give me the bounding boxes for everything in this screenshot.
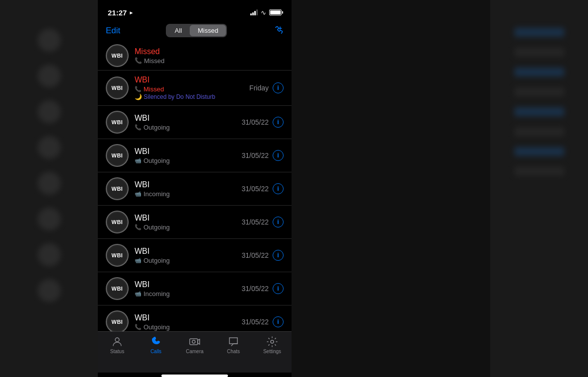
call-item[interactable]: WBI WBI 📹 Outgoing 31/05/22 i <box>98 139 292 172</box>
call-item[interactable]: WBI WBI 📞 Missed 🌙 Silenced by Do Not Di… <box>98 71 292 106</box>
info-button[interactable]: i <box>273 183 284 194</box>
phone-icon: 📞 <box>135 324 142 330</box>
svg-point-5 <box>192 340 195 343</box>
call-date: 31/05/22 <box>242 218 269 226</box>
call-meta: 31/05/22 i <box>242 283 284 294</box>
silenced-label: 🌙 Silenced by Do Not Disturb <box>135 93 243 100</box>
info-icon: i <box>277 84 279 91</box>
call-item[interactable]: WBI WBI 📞 Outgoing 31/05/22 i <box>98 206 292 239</box>
phone-screen: 21:27 ► ∿ Edit All Missed <box>98 0 292 377</box>
contact-name: WBI <box>135 247 236 256</box>
contact-name: WBI <box>135 180 236 189</box>
call-date: 31/05/22 <box>242 185 269 193</box>
call-item[interactable]: WBI WBI 📹 Incoming 31/05/22 i <box>98 172 292 206</box>
tab-camera[interactable]: Camera <box>175 336 214 354</box>
tab-status-label: Status <box>110 349 124 354</box>
call-details: 📞 Outgoing <box>135 124 236 131</box>
status-icons: ∿ <box>250 9 282 16</box>
call-info: WBI 📹 Outgoing <box>135 147 236 164</box>
avatar-label: WBI <box>112 152 123 158</box>
contact-name: WBI <box>135 75 243 84</box>
tab-chats[interactable]: Chats <box>214 336 253 354</box>
call-meta: 31/05/22 i <box>242 217 284 227</box>
tab-all[interactable]: All <box>167 25 190 36</box>
call-details: 📞 Outgoing <box>135 323 236 331</box>
status-bar: 21:27 ► ∿ <box>98 0 292 22</box>
info-button[interactable]: i <box>273 217 284 227</box>
call-date: 31/05/22 <box>242 118 269 126</box>
call-info: WBI 📞 Missed 🌙 Silenced by Do Not Distur… <box>135 75 243 100</box>
info-button[interactable]: i <box>273 117 284 128</box>
info-icon: i <box>277 152 279 159</box>
wifi-icon: ∿ <box>261 9 266 16</box>
call-meta: Friday i <box>249 82 284 93</box>
add-call-button[interactable] <box>273 25 284 36</box>
phone-icon: 📞 <box>135 224 142 230</box>
call-details: 📹 Outgoing <box>135 157 236 164</box>
call-item[interactable]: WBI WBI 📹 Incoming 31/05/22 i <box>98 272 292 305</box>
avatar-label: WBI <box>112 119 123 125</box>
tab-bar: Status Calls Camera <box>98 331 292 373</box>
battery-icon <box>269 9 282 15</box>
avatar: WBI <box>106 111 129 134</box>
calls-header: Edit All Missed <box>98 22 292 41</box>
call-meta: 31/05/22 i <box>242 183 284 194</box>
call-details: 📹 Incoming <box>135 290 236 298</box>
info-icon: i <box>277 119 279 126</box>
call-info: Missed 📞 Missed <box>135 47 284 65</box>
tab-missed[interactable]: Missed <box>190 25 226 36</box>
contact-name: WBI <box>135 147 236 156</box>
info-icon: i <box>277 219 279 226</box>
info-button[interactable]: i <box>273 250 284 261</box>
call-meta: 31/05/22 i <box>242 117 284 128</box>
call-type-label: Outgoing <box>144 157 170 164</box>
avatar: WBI <box>106 144 129 167</box>
avatar-label: WBI <box>112 219 123 225</box>
avatar: WBI <box>106 76 129 99</box>
call-date: 31/05/22 <box>242 318 269 326</box>
tab-settings[interactable]: Settings <box>253 336 292 354</box>
call-meta: 31/05/22 i <box>242 150 284 161</box>
filter-tabs: All Missed <box>166 24 227 37</box>
phone-icon: 📞 <box>135 124 142 131</box>
svg-point-6 <box>271 340 274 343</box>
contact-name: WBI <box>135 214 236 223</box>
call-date: 31/05/22 <box>242 251 269 259</box>
call-info: WBI 📹 Incoming <box>135 180 236 198</box>
call-item[interactable]: WBI WBI 📹 Outgoing 31/05/22 i <box>98 239 292 272</box>
tab-calls[interactable]: Calls <box>137 336 175 354</box>
video-icon: 📹 <box>135 291 142 297</box>
call-type-label: Missed <box>144 57 164 65</box>
call-type-label: Incoming <box>144 190 170 198</box>
call-date: Friday <box>249 84 269 92</box>
call-item[interactable]: WBI WBI 📞 Outgoing 31/05/22 i <box>98 106 292 139</box>
call-type-label: Incoming <box>144 290 170 298</box>
info-button[interactable]: i <box>273 82 284 93</box>
call-info: WBI 📞 Outgoing <box>135 313 236 331</box>
call-item[interactable]: WBI WBI 📞 Outgoing 31/05/22 i <box>98 305 292 331</box>
avatar-label: WBI <box>112 53 123 59</box>
info-button[interactable]: i <box>273 150 284 161</box>
svg-point-2 <box>115 338 119 342</box>
video-icon: 📹 <box>135 257 142 264</box>
info-icon: i <box>277 252 279 259</box>
call-details: 📞 Missed <box>135 85 243 93</box>
call-details: 📹 Incoming <box>135 190 236 198</box>
tab-chats-label: Chats <box>227 349 240 354</box>
info-icon: i <box>277 185 279 192</box>
contact-name: WBI <box>135 313 236 322</box>
avatar: WBI <box>106 310 129 331</box>
time-display: 21:27 <box>108 8 127 17</box>
info-button[interactable]: i <box>273 316 284 327</box>
info-icon: i <box>277 318 279 325</box>
call-info: WBI 📹 Outgoing <box>135 247 236 264</box>
edit-button[interactable]: Edit <box>106 26 120 36</box>
call-meta: 31/05/22 i <box>242 316 284 327</box>
tab-status[interactable]: Status <box>98 336 137 354</box>
partial-call-item[interactable]: WBI Missed 📞 Missed <box>98 41 292 71</box>
info-button[interactable]: i <box>273 283 284 294</box>
call-date: 31/05/22 <box>242 285 269 293</box>
phone-icon: 📞 <box>135 57 142 64</box>
call-type-label: Outgoing <box>144 323 170 331</box>
call-type-label: Missed <box>144 85 164 93</box>
